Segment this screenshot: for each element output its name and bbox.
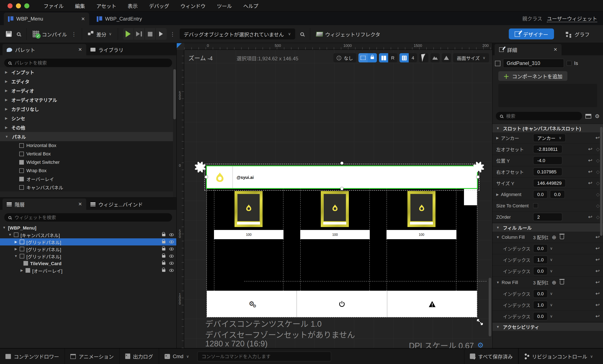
tree-row-wbp-menu[interactable]: ▼ [WBP_Menu] <box>0 224 176 231</box>
expand-arrow-icon[interactable]: ▶ <box>496 136 499 140</box>
reset-icon[interactable]: ↩ <box>595 302 600 308</box>
palette-category-input[interactable]: ▶インプット <box>0 67 173 77</box>
diff-button[interactable]: 差分 ∨ <box>85 30 114 37</box>
cmd-dropdown[interactable]: Cmd ∨ <box>159 349 195 364</box>
tree-row-canvas-panel[interactable]: ▼ [キャンバスパネル] <box>0 231 176 238</box>
chevron-down-icon[interactable]: ∨ <box>550 246 553 250</box>
tab-details[interactable]: 詳細 ✕ <box>495 44 562 55</box>
alignment-y-field[interactable]: 0.0 <box>550 190 565 199</box>
size-y-field[interactable]: 146.449829 <box>533 179 566 187</box>
designer-mode-button[interactable]: デザイナー <box>509 28 554 39</box>
collapse-arrow-icon[interactable]: ▼ <box>496 235 499 239</box>
menu-file[interactable]: ファイル <box>44 2 64 9</box>
reset-icon[interactable]: ↩ <box>588 180 592 186</box>
menu-asset[interactable]: アセット <box>96 2 116 9</box>
palette-category-panel[interactable]: ▼パネル <box>0 132 173 141</box>
lock-icon[interactable] <box>162 241 165 243</box>
close-window-button[interactable] <box>8 3 12 8</box>
save-button[interactable] <box>3 31 14 37</box>
reset-icon[interactable]: ↩ <box>595 246 600 251</box>
add-component-button[interactable]: ＋ コンポーネントを追加 <box>498 71 568 81</box>
collapse-arrow-icon[interactable]: ▼ <box>2 226 6 230</box>
details-scrollbar[interactable] <box>600 127 603 236</box>
visibility-eye-icon[interactable] <box>169 233 174 236</box>
trash-icon[interactable] <box>560 280 564 284</box>
bind-diamond-icon[interactable]: ◇ <box>596 169 600 175</box>
details-settings-gear-icon[interactable]: ⚙ <box>595 113 600 119</box>
chevron-down-icon[interactable]: ∨ <box>550 269 553 273</box>
debug-object-dropdown[interactable]: デバッグオブジェクトが選択されていません ∨ <box>179 28 295 39</box>
close-tab-icon[interactable]: ✕ <box>81 16 85 22</box>
tree-row-grid-panel-selected[interactable]: ▶ [グリッドパネル] <box>0 238 176 246</box>
resize-handle-corner-icon[interactable] <box>476 319 483 326</box>
palette-search-input[interactable] <box>15 60 168 65</box>
palette-search[interactable] <box>4 59 172 67</box>
anchor-dropdown[interactable]: アンカー ∨ <box>533 134 566 142</box>
visibility-eye-icon[interactable] <box>169 255 174 258</box>
tree-row-grid-panel-2[interactable]: ▶ [グリッドパネル] <box>0 246 176 253</box>
collapse-arrow-icon[interactable]: ▼ <box>14 254 18 258</box>
dpi-settings-gear-icon[interactable]: ⚙ <box>477 341 484 348</box>
reset-icon[interactable]: ↩ <box>588 169 592 175</box>
palette-category-editor[interactable]: ▶エディタ <box>0 77 173 86</box>
power-button[interactable] <box>297 291 387 317</box>
add-element-icon[interactable]: ⊕ <box>552 234 556 240</box>
animation-button[interactable]: アニメーション <box>65 349 120 364</box>
close-panel-icon[interactable]: ✕ <box>554 47 557 52</box>
reset-icon[interactable]: ↩ <box>588 146 592 152</box>
localization-preview-button[interactable]: なし <box>333 53 356 62</box>
palette-item-overlay[interactable]: オーバーレイ <box>0 175 173 183</box>
tree-row-tileview-card[interactable]: TileView_Card <box>0 260 176 267</box>
preview-background-button[interactable] <box>430 53 440 62</box>
lock-icon[interactable] <box>162 234 165 236</box>
save-status-button[interactable]: すべて保存済み <box>464 349 518 364</box>
palette-item-horizontal-box[interactable]: Horizontal Box <box>0 141 173 150</box>
revision-control-button[interactable]: リビジョンコントロール ∨ <box>519 349 603 364</box>
compile-button[interactable]: ✓ コンパイル <box>30 30 70 37</box>
trash-icon[interactable] <box>560 235 564 239</box>
eject-button[interactable] <box>156 28 166 40</box>
bind-diamond-icon[interactable]: ◇ <box>596 214 600 220</box>
details-search[interactable] <box>496 112 582 120</box>
reset-icon[interactable]: ↩ <box>595 313 600 319</box>
warning-button[interactable] <box>387 291 477 317</box>
compile-options-icon[interactable]: ⋮ <box>70 31 78 37</box>
palette-category-synth[interactable]: ▶シンセ <box>0 114 173 123</box>
grid-snap-size[interactable]: 4 <box>409 53 417 62</box>
reset-icon[interactable]: ↩ <box>595 135 600 141</box>
add-element-icon[interactable]: ⊕ <box>552 279 556 285</box>
palette-item-wrap-box[interactable]: Wrap Box <box>0 166 173 175</box>
anchor-medallion-topright[interactable] <box>472 161 485 173</box>
widget-name-input[interactable] <box>503 59 564 68</box>
reset-icon[interactable]: ↩ <box>595 291 600 297</box>
tab-wbp-cardentry[interactable]: WBP_CardEntry <box>93 12 146 25</box>
tab-widget-bind[interactable]: ウィジェ...バインド <box>86 199 147 210</box>
tree-row-grid-panel-3[interactable]: ▼ [グリッドパネル] <box>0 253 176 260</box>
resize-handle-right[interactable] <box>476 176 479 178</box>
graph-mode-button[interactable]: グラフ <box>563 30 592 37</box>
card-widget[interactable] <box>234 191 263 227</box>
hierarchy-search[interactable] <box>4 213 172 222</box>
card-widget[interactable] <box>321 191 349 227</box>
tab-palette[interactable]: パレット ✕ <box>2 44 86 55</box>
tab-wbp-menu[interactable]: WBP_Menu ✕ <box>4 12 89 25</box>
details-search-input[interactable] <box>506 114 579 118</box>
position-y-field[interactable]: -4.0 <box>533 156 562 164</box>
flip-preview-button[interactable] <box>442 53 451 62</box>
minimize-window-button[interactable] <box>16 3 21 8</box>
maximize-window-button[interactable] <box>24 3 29 8</box>
menu-debug[interactable]: デバッグ <box>149 2 169 9</box>
palette-item-widget-switcher[interactable]: Widget Switcher <box>0 158 173 166</box>
screen-size-dropdown[interactable]: 画面サイズ ∨ <box>453 53 489 62</box>
index-field[interactable]: 1.0 <box>533 256 548 264</box>
grid-snap-button[interactable] <box>399 53 409 62</box>
bind-diamond-icon[interactable]: ◇ <box>596 192 600 197</box>
reset-icon[interactable]: ↩ <box>595 234 600 240</box>
chevron-down-icon[interactable]: ∨ <box>550 303 553 307</box>
palette-category-other[interactable]: ▶その他 <box>0 123 173 132</box>
palette-item-canvas-panel[interactable]: キャンバスパネル <box>0 183 173 191</box>
palette-scrollbar[interactable] <box>173 69 176 119</box>
size-to-content-checkbox[interactable] <box>533 203 538 208</box>
tab-hierarchy[interactable]: 階層 ✕ <box>2 199 86 210</box>
viewport-scrollbar[interactable] <box>489 278 491 336</box>
